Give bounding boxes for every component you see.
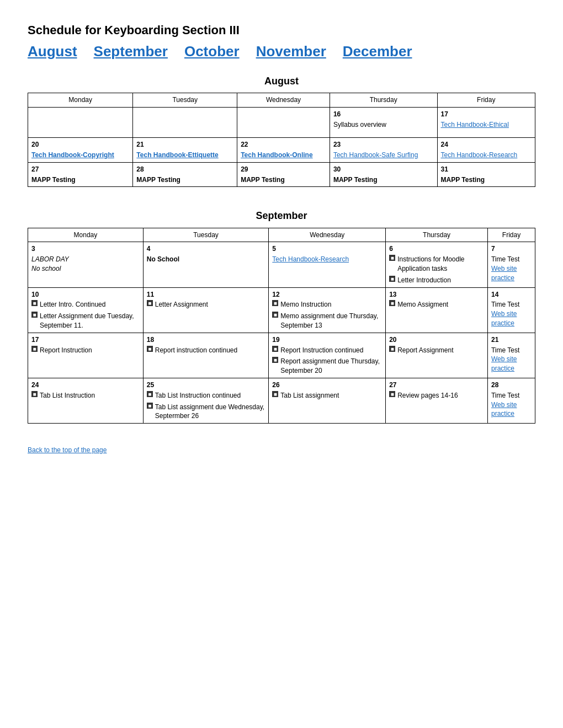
moodle-icon: ■ <box>272 312 278 318</box>
sep-17-text: Report Instruction <box>40 346 140 355</box>
web-site-practice-2-link[interactable]: Web site practice <box>491 310 517 327</box>
sep-r1-wed: 5 Tech Handbook-Research <box>269 242 386 287</box>
moodle-icon: ■ <box>31 391 38 397</box>
day-num: 13 <box>389 290 484 299</box>
table-row: 20 Tech Handbook-Copyright 21 Tech Handb… <box>28 138 535 163</box>
web-site-practice-4-link[interactable]: Web site practice <box>491 401 517 418</box>
aug-r3-thu: 30 MAPP Testing <box>330 162 437 187</box>
moodle-icon: ■ <box>389 276 395 282</box>
icon-row: ■ Letter Introduction <box>389 276 484 285</box>
time-test-1: Time Test <box>491 255 519 263</box>
sep-r4-mon: 24 ■ Tab List Instruction <box>28 378 144 423</box>
sep-col-thursday: Thursday <box>386 228 488 242</box>
aug-r2-thu: 23 Tech Handbook-Safe Surfing <box>330 138 437 163</box>
day-num: 7 <box>491 244 532 254</box>
sep-col-wednesday: Wednesday <box>269 228 386 242</box>
september-section: September Monday Tuesday Wednesday Thurs… <box>28 209 535 424</box>
labor-day: LABOR DAYNo school <box>31 255 69 272</box>
day-num: 23 <box>333 140 434 149</box>
moodle-icon: ■ <box>147 403 153 409</box>
sep-6-text1: Instructions for Moodle Application task… <box>397 255 484 274</box>
col-tuesday: Tuesday <box>133 93 237 108</box>
aug-r3-fri: 31 MAPP Testing <box>437 162 535 187</box>
sep-25-text1: Tab List Instruction continued <box>155 391 265 400</box>
sep-12-text2: Memo assignment due Thursday, September … <box>280 312 382 330</box>
sep-19-text2: Report assignment due Thursday, Septembe… <box>280 357 382 376</box>
sep-18-text: Report instruction continued <box>155 346 265 355</box>
tech-handbook-ethical-link[interactable]: Tech Handbook-Ethical <box>441 121 509 129</box>
sep-19-text1: Report Instruction continued <box>280 346 382 355</box>
day-num: 26 <box>272 381 382 390</box>
col-wednesday: Wednesday <box>237 93 330 108</box>
nav-august[interactable]: August <box>28 41 77 61</box>
moodle-icon: ■ <box>389 300 395 306</box>
month-nav: August September October November Decemb… <box>28 41 535 61</box>
icon-row: ■ Letter Assignment due Tuesday, Septemb… <box>31 312 140 330</box>
tech-handbook-online-link[interactable]: Tech Handbook-Online <box>241 151 312 159</box>
sep-r1-thu: 6 ■ Instructions for Moodle Application … <box>386 242 488 287</box>
aug-r3-wed: 29 MAPP Testing <box>237 162 330 187</box>
moodle-icon: ■ <box>31 300 38 306</box>
day-num: 21 <box>136 140 233 149</box>
day-num: 29 <box>241 165 326 174</box>
mapp-4: MAPP Testing <box>333 176 378 184</box>
sep-13-text: Memo Assigment <box>397 300 484 309</box>
icon-row: ■ Report Assignment <box>389 346 484 355</box>
icon-row: ■ Report assignment due Thursday, Septem… <box>272 357 382 376</box>
aug-r3-tue: 28 MAPP Testing <box>133 162 237 187</box>
back-to-top-link[interactable]: Back to the top of the page <box>28 446 107 455</box>
august-section: August Monday Tuesday Wednesday Thursday… <box>28 74 535 187</box>
sep-col-tuesday: Tuesday <box>143 228 269 242</box>
aug-r2-mon: 20 Tech Handbook-Copyright <box>28 138 133 163</box>
sep-26-text: Tab List assignment <box>280 391 382 400</box>
web-site-practice-3-link[interactable]: Web site practice <box>491 355 517 372</box>
mapp-2: MAPP Testing <box>136 176 180 184</box>
sep-6-text2: Letter Introduction <box>397 276 484 285</box>
sep-20-text: Report Assignment <box>397 346 484 355</box>
web-site-practice-1-link[interactable]: Web site practice <box>491 265 517 282</box>
sep-r4-wed: 26 ■ Tab List assignment <box>269 378 386 423</box>
aug-r2-fri: 24 Tech Handbook-Research <box>437 138 535 163</box>
day-num: 24 <box>31 381 140 390</box>
sep-24-text: Tab List Instruction <box>40 391 140 400</box>
sep-r1-mon: 3 LABOR DAYNo school <box>28 242 144 287</box>
day-num: 11 <box>147 290 265 299</box>
aug-r2-tue: 21 Tech Handbook-Ettiquette <box>133 138 237 163</box>
table-row: 27 MAPP Testing 28 MAPP Testing 29 MAPP … <box>28 162 535 187</box>
nav-september[interactable]: September <box>94 41 168 61</box>
moodle-icon: ■ <box>389 346 395 352</box>
mapp-5: MAPP Testing <box>441 176 485 184</box>
sep-r2-fri: 14 Time Test Web site practice <box>487 287 535 333</box>
day-num: 30 <box>333 165 434 174</box>
sep-r2-thu: 13 ■ Memo Assigment <box>386 287 488 333</box>
day-num: 28 <box>491 381 532 390</box>
august-table: Monday Tuesday Wednesday Thursday Friday… <box>28 93 535 187</box>
tech-handbook-copyright-link[interactable]: Tech Handbook-Copyright <box>31 151 114 159</box>
sep-r3-fri: 21 Time Test Web site practice <box>487 333 535 378</box>
tech-handbook-ettiquette-link[interactable]: Tech Handbook-Ettiquette <box>136 151 218 159</box>
col-thursday: Thursday <box>330 93 437 108</box>
day-num: 14 <box>491 290 532 299</box>
day-num: 18 <box>147 335 265 345</box>
moodle-icon: ■ <box>272 346 278 352</box>
tech-handbook-research-sep-link[interactable]: Tech Handbook-Research <box>272 255 349 263</box>
day-num: 22 <box>241 140 326 149</box>
sep-r3-wed: 19 ■ Report Instruction continued ■ Repo… <box>269 333 386 378</box>
day-num: 12 <box>272 290 382 299</box>
nav-december[interactable]: December <box>343 41 412 61</box>
tech-handbook-safe-link[interactable]: Tech Handbook-Safe Surfing <box>333 151 418 159</box>
icon-row: ■ Tab List Instruction <box>31 391 140 400</box>
sep-r4-tue: 25 ■ Tab List Instruction continued ■ Ta… <box>143 378 269 423</box>
day-num: 6 <box>389 244 484 254</box>
day-num: 17 <box>441 110 532 119</box>
sep-r4-thu: 27 ■ Review pages 14-16 <box>386 378 488 423</box>
icon-row: ■ Report Instruction continued <box>272 346 382 355</box>
day-num: 19 <box>272 335 382 345</box>
tech-handbook-research-aug-link[interactable]: Tech Handbook-Research <box>441 151 518 159</box>
moodle-icon: ■ <box>31 312 38 318</box>
day-num: 25 <box>147 381 265 390</box>
sep-11-text: Letter Assignment <box>155 300 265 309</box>
nav-november[interactable]: November <box>256 41 326 61</box>
nav-october[interactable]: October <box>184 41 240 61</box>
time-test-4: Time Test <box>491 392 519 399</box>
